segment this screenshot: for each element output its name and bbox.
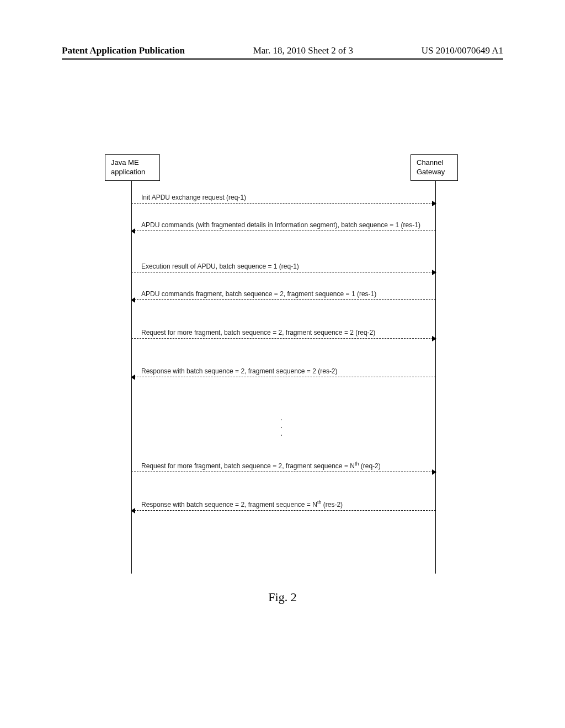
- message-6: Request for more fragment, batch sequenc…: [131, 461, 436, 472]
- message-label: Execution result of APDU, batch sequence…: [131, 262, 436, 272]
- message-1: APDU commands (with fragmented details i…: [131, 221, 436, 231]
- message-4: Request for more fragment, batch sequenc…: [131, 328, 436, 339]
- message-label: APDU commands (with fragmented details i…: [131, 221, 436, 231]
- message-arrow: [131, 472, 436, 472]
- ellipsis-dots: ...: [105, 414, 458, 437]
- actor-left-label: Java MEapplication: [111, 158, 145, 176]
- actor-left-box: Java MEapplication: [105, 154, 160, 181]
- message-arrow: [131, 377, 436, 377]
- message-5: Response with batch sequence = 2, fragme…: [131, 367, 436, 377]
- header-right: US 2010/0070649 A1: [422, 45, 503, 56]
- message-arrow: [131, 203, 436, 204]
- arrow-left-icon: [131, 508, 135, 513]
- sequence-diagram: Java MEapplication ChannelGateway Init A…: [105, 154, 458, 574]
- message-7: Response with batch sequence = 2, fragme…: [131, 499, 436, 511]
- arrow-right-icon: [432, 201, 436, 206]
- message-arrow: [131, 231, 436, 231]
- message-3: APDU commands fragment, batch sequence =…: [131, 290, 436, 300]
- message-label: APDU commands fragment, batch sequence =…: [131, 290, 436, 299]
- arrow-right-icon: [432, 270, 436, 275]
- header-left: Patent Application Publication: [62, 45, 185, 56]
- page-header: Patent Application Publication Mar. 18, …: [62, 45, 503, 60]
- message-2: Execution result of APDU, batch sequence…: [131, 262, 436, 272]
- message-0: Init APDU exchange request (req-1): [131, 193, 436, 204]
- message-label: Request for more fragment, batch sequenc…: [131, 461, 436, 472]
- arrow-left-icon: [131, 297, 135, 303]
- message-label: Request for more fragment, batch sequenc…: [131, 328, 436, 338]
- arrow-left-icon: [131, 374, 135, 380]
- figure-label: Fig. 2: [0, 590, 565, 604]
- message-arrow: [131, 510, 436, 511]
- arrow-right-icon: [432, 469, 436, 475]
- arrow-right-icon: [432, 336, 436, 341]
- arrow-left-icon: [131, 228, 135, 234]
- message-arrow: [131, 338, 436, 339]
- actor-right-box: ChannelGateway: [411, 154, 458, 181]
- header-center: Mar. 18, 2010 Sheet 2 of 3: [253, 45, 353, 56]
- message-arrow: [131, 272, 436, 272]
- message-label: Response with batch sequence = 2, fragme…: [131, 367, 436, 377]
- actor-right-label: ChannelGateway: [417, 158, 445, 176]
- message-label: Response with batch sequence = 2, fragme…: [131, 499, 436, 510]
- message-arrow: [131, 299, 436, 300]
- message-label: Init APDU exchange request (req-1): [131, 193, 436, 203]
